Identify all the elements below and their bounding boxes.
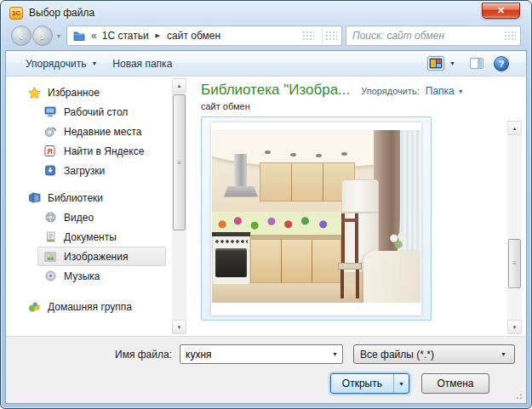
photo-spotlight: [265, 151, 271, 154]
sidebar-item-recent-places[interactable]: Недавние места: [37, 122, 166, 141]
sidebar-group-homegroup[interactable]: Домашняя группа: [6, 297, 186, 316]
toolbar-right-group: ▼ ?: [423, 54, 516, 73]
breadcrumb-bar[interactable]: « 1С статьи ▶ сайт обмен: [66, 26, 342, 46]
breadcrumb-item-sait-obmen[interactable]: сайт обмен: [167, 30, 220, 42]
filename-label: Имя файла:: [115, 349, 172, 361]
sidebar-item-video[interactable]: Видео: [37, 207, 166, 227]
arrange-label: Упорядочить:: [361, 86, 420, 96]
title-bar[interactable]: 1С Выбор файла ✕: [1, 1, 531, 25]
photo-table: [363, 251, 420, 303]
address-dropdown-icon[interactable]: [300, 27, 317, 44]
thumbnail-frame: [211, 122, 421, 315]
photo-chair: [340, 270, 344, 298]
sidebar-item-yandex-search[interactable]: Я Найти в Яндексе: [37, 141, 166, 161]
search-input[interactable]: [352, 30, 504, 42]
recent-places-icon: [43, 126, 57, 137]
file-list-scrollbar[interactable]: ▲ ≡ ▼: [507, 121, 522, 334]
kitchen-photo: [212, 130, 420, 303]
breadcrumb-separator-icon[interactable]: ▶: [154, 32, 162, 39]
documents-library-icon: [43, 231, 57, 242]
arrange-by-control: Упорядочить: Папка ▼: [361, 85, 463, 97]
refresh-glyph: [325, 31, 337, 41]
music-library-icon: [43, 270, 57, 281]
video-library-icon: [43, 212, 57, 223]
photo-flower-vase: [387, 232, 409, 253]
sidebar-scrollbar[interactable]: ▲ ≡ ▼: [172, 78, 186, 334]
sidebar-item-label: Рабочий стол: [64, 106, 128, 118]
sidebar-item-pictures[interactable]: Изображения: [37, 247, 166, 266]
photo-spotlight: [290, 153, 296, 156]
photo-chair: [341, 219, 358, 222]
file-open-dialog: 1С Выбор файла ✕ ‹ › ▾ « 1С статьи ▶ сай…: [0, 0, 532, 409]
window-title: Выбор файла: [29, 7, 94, 19]
change-view-button[interactable]: ▼: [423, 54, 460, 73]
help-button[interactable]: ?: [494, 56, 509, 71]
sidebar-item-documents[interactable]: Документы: [37, 227, 166, 247]
photo-chair: [356, 270, 359, 298]
scroll-up-icon[interactable]: ▲: [172, 78, 186, 93]
sidebar-gap: [6, 180, 186, 188]
filename-row: Имя файла: ▼ Все файлы (*.*) ▼: [6, 344, 515, 364]
sidebar-scroll-track[interactable]: ≡: [172, 93, 186, 320]
navigation-bar: ‹ › ▾ « 1С статьи ▶ сайт обмен: [1, 25, 531, 50]
photo-cooktop: [212, 232, 250, 236]
chevron-down-icon: ▼: [91, 60, 97, 66]
address-dropdown-glyph: [302, 31, 314, 41]
breadcrumb-overflow-icon[interactable]: «: [91, 30, 97, 42]
sidebar-item-music[interactable]: Музыка: [37, 266, 166, 286]
folder-icon: [72, 31, 86, 41]
library-title: Библиотека "Изобра...: [201, 82, 350, 99]
folder-group-label[interactable]: сайт обмен: [201, 101, 504, 111]
sidebar-group-label: Избранное: [48, 87, 100, 99]
arrange-chevron-down-icon: ▼: [458, 88, 464, 94]
cancel-button[interactable]: Отмена: [421, 373, 489, 394]
scroll-down-icon[interactable]: ▼: [507, 320, 522, 334]
homegroup-icon: [27, 301, 41, 312]
arrange-value: Папка: [426, 85, 455, 97]
close-button[interactable]: ✕: [482, 3, 520, 19]
library-header: Библиотека "Изобра... Упорядочить: Папка…: [201, 82, 504, 99]
new-folder-button[interactable]: Новая папка: [105, 54, 180, 73]
organize-button[interactable]: Упорядочить ▼: [18, 54, 105, 73]
desktop-icon: [43, 106, 57, 117]
search-icon[interactable]: [504, 31, 516, 41]
photo-hood: [224, 186, 258, 197]
scroll-up-icon[interactable]: ▲: [507, 121, 522, 135]
sidebar-item-downloads[interactable]: Загрузки: [37, 161, 166, 180]
photo-spotlight: [341, 152, 347, 156]
open-dropdown-icon[interactable]: ▼: [393, 374, 409, 393]
forward-button[interactable]: ›: [32, 26, 53, 46]
arrange-by-dropdown[interactable]: Папка ▼: [426, 85, 464, 97]
sidebar-group-favorites[interactable]: Избранное: [6, 82, 186, 102]
sidebar-item-desktop[interactable]: Рабочий стол: [37, 102, 166, 122]
photo-fridge-divider: [341, 212, 379, 213]
file-list-scroll-track[interactable]: ≡: [507, 135, 522, 320]
filename-dropdown-icon[interactable]: ▼: [328, 351, 342, 357]
sidebar-item-label: Документы: [64, 231, 117, 243]
filename-combobox[interactable]: ▼: [180, 344, 343, 364]
filename-input[interactable]: [180, 349, 328, 361]
sidebar-item-label: Видео: [64, 212, 94, 224]
refresh-icon[interactable]: [322, 27, 339, 44]
sidebar-item-label: Музыка: [64, 270, 100, 282]
search-box[interactable]: [346, 26, 521, 46]
dialog-body: Упорядочить ▼ Новая папка ▼ ?: [5, 50, 527, 404]
file-list-scroll-thumb[interactable]: ≡: [508, 239, 521, 288]
open-split-button[interactable]: Открыть ▼: [330, 373, 409, 394]
sidebar-scroll-thumb[interactable]: ≡: [173, 94, 186, 230]
breadcrumb-item-1c-stati[interactable]: 1С статьи: [102, 30, 149, 42]
svg-text:Я: Я: [47, 147, 52, 156]
new-folder-label: Новая папка: [112, 58, 172, 70]
preview-pane-button[interactable]: [470, 57, 483, 70]
back-button[interactable]: ‹: [11, 26, 31, 46]
file-thumbnail-kitchen[interactable]: [201, 116, 432, 321]
open-button[interactable]: Открыть: [331, 374, 393, 393]
history-dropdown-icon[interactable]: ▾: [57, 32, 60, 40]
sidebar-item-label: Найти в Яндексе: [64, 145, 144, 157]
sidebar-item-label: Недавние места: [64, 126, 141, 138]
sidebar-group-label: Домашняя группа: [48, 301, 132, 313]
sidebar-group-libraries[interactable]: Библиотеки: [6, 188, 186, 207]
scroll-down-icon[interactable]: ▼: [172, 320, 186, 334]
filetype-select[interactable]: Все файлы (*.*) ▼: [353, 344, 515, 364]
views-icon: [427, 56, 444, 71]
